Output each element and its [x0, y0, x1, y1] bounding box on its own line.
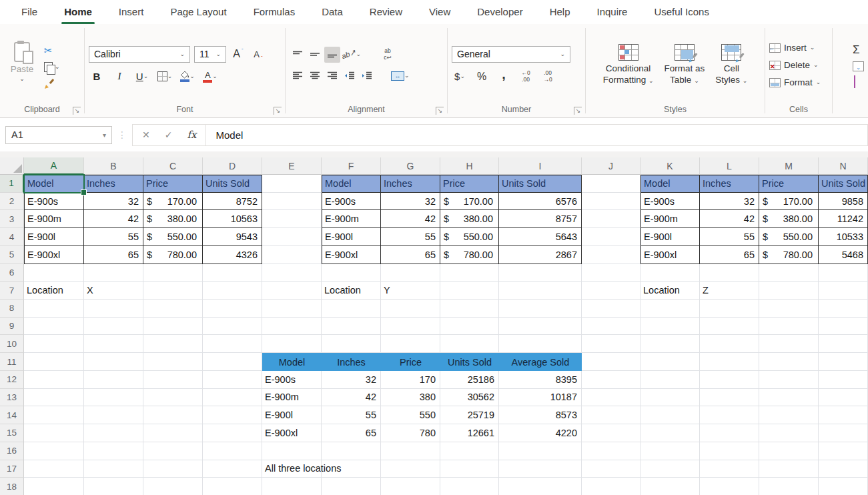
tab-data[interactable]: Data: [308, 0, 356, 24]
cell-K3[interactable]: E-900m: [640, 210, 700, 228]
dialog-launcher-icon[interactable]: ↘: [274, 107, 282, 115]
cell-A18[interactable]: [24, 478, 84, 495]
cell-H9[interactable]: [440, 318, 499, 336]
cell-M9[interactable]: [759, 318, 819, 336]
cell-D10[interactable]: [203, 335, 262, 353]
cell-L4[interactable]: 55: [700, 228, 759, 246]
cell-K9[interactable]: [640, 318, 700, 336]
paste-button[interactable]: Paste ⌄: [4, 39, 40, 82]
cell-A16[interactable]: [24, 442, 84, 460]
middle-align-button[interactable]: [307, 47, 323, 63]
cell-E13[interactable]: E-900m: [262, 389, 322, 407]
cell-K11[interactable]: [640, 353, 700, 371]
cell-C10[interactable]: [143, 335, 203, 353]
column-header-D[interactable]: D: [203, 157, 262, 175]
cell-J9[interactable]: [582, 318, 640, 336]
cell-H13[interactable]: 30562: [440, 389, 499, 407]
cell-C5[interactable]: $780.00: [143, 246, 203, 264]
cell-C15[interactable]: [143, 424, 203, 442]
cell-M7[interactable]: [759, 282, 819, 300]
cell-L16[interactable]: [700, 442, 759, 460]
cell-E12[interactable]: E-900s: [262, 371, 322, 389]
cell-H14[interactable]: 25719: [440, 406, 499, 424]
cell-N18[interactable]: [819, 478, 868, 495]
cell-J4[interactable]: [582, 228, 640, 246]
cell-N10[interactable]: [819, 335, 868, 353]
cell-A15[interactable]: [24, 424, 84, 442]
cell-G7[interactable]: Y: [381, 282, 440, 300]
cell-E5[interactable]: [262, 246, 322, 264]
column-header-K[interactable]: K: [640, 157, 700, 175]
cell-F14[interactable]: 55: [322, 406, 381, 424]
cell-L10[interactable]: [700, 335, 759, 353]
enter-icon[interactable]: ✓: [165, 129, 173, 140]
cell-I7[interactable]: [499, 282, 582, 300]
cell-G1[interactable]: Inches: [381, 175, 440, 193]
cell-G2[interactable]: 32: [381, 193, 440, 211]
cell-G11[interactable]: Price: [381, 353, 440, 371]
cell-M6[interactable]: [759, 264, 819, 282]
clear-button[interactable]: [853, 76, 864, 88]
cell-I11[interactable]: Average Sold: [499, 353, 582, 371]
cell-E3[interactable]: [262, 210, 322, 228]
cell-J1[interactable]: [582, 175, 640, 193]
cell-E14[interactable]: E-900l: [262, 406, 322, 424]
cell-J10[interactable]: [582, 335, 640, 353]
formula-input[interactable]: Model: [206, 124, 868, 146]
cell-K4[interactable]: E-900l: [640, 228, 700, 246]
cell-K15[interactable]: [640, 424, 700, 442]
cell-A17[interactable]: [24, 460, 84, 478]
cell-K13[interactable]: [640, 389, 700, 407]
cell-G16[interactable]: [381, 442, 440, 460]
cell-I14[interactable]: 8573: [499, 406, 582, 424]
cell-E18[interactable]: [262, 478, 322, 495]
row-header-7[interactable]: 7: [0, 282, 24, 300]
cell-L3[interactable]: 42: [700, 210, 759, 228]
cell-D18[interactable]: [203, 478, 262, 495]
cell-I10[interactable]: [499, 335, 582, 353]
tab-developer[interactable]: Developer: [464, 0, 536, 24]
cell-D4[interactable]: 9543: [203, 228, 262, 246]
tab-insert[interactable]: Insert: [105, 0, 157, 24]
cell-N3[interactable]: 11242: [819, 210, 868, 228]
cell-K18[interactable]: [640, 478, 700, 495]
fill-handle[interactable]: [81, 189, 87, 195]
cell-H7[interactable]: [440, 282, 499, 300]
cell-F11[interactable]: Inches: [322, 353, 381, 371]
cell-B9[interactable]: [84, 318, 143, 336]
tab-review[interactable]: Review: [356, 0, 416, 24]
cell-G8[interactable]: [381, 300, 440, 318]
column-header-B[interactable]: B: [84, 157, 143, 175]
tab-help[interactable]: Help: [536, 0, 584, 24]
cell-F7[interactable]: Location: [322, 282, 381, 300]
cell-G18[interactable]: [381, 478, 440, 495]
row-header-11[interactable]: 11: [0, 353, 24, 371]
cell-C16[interactable]: [143, 442, 203, 460]
cell-D3[interactable]: 10563: [203, 210, 262, 228]
row-header-9[interactable]: 9: [0, 318, 24, 336]
cancel-icon[interactable]: ✕: [142, 129, 150, 140]
cell-N12[interactable]: [819, 371, 868, 389]
row-header-17[interactable]: 17: [0, 460, 24, 478]
cell-M3[interactable]: $380.00: [759, 210, 819, 228]
cell-D17[interactable]: [203, 460, 262, 478]
align-left-button[interactable]: [290, 68, 306, 84]
cell-J11[interactable]: [582, 353, 640, 371]
column-header-G[interactable]: G: [381, 157, 440, 175]
cell-N9[interactable]: [819, 318, 868, 336]
cell-A4[interactable]: E-900l: [24, 228, 84, 246]
cell-M16[interactable]: [759, 442, 819, 460]
cell-H3[interactable]: $380.00: [440, 210, 499, 228]
cell-I3[interactable]: 8757: [499, 210, 582, 228]
cell-D1[interactable]: Units Sold: [203, 175, 262, 193]
cell-H12[interactable]: 25186: [440, 371, 499, 389]
cell-J8[interactable]: [582, 300, 640, 318]
align-right-button[interactable]: [324, 68, 340, 84]
cell-K5[interactable]: E-900xl: [640, 246, 700, 264]
cell-G10[interactable]: [381, 335, 440, 353]
cell-M15[interactable]: [759, 424, 819, 442]
cell-E15[interactable]: E-900xl: [262, 424, 322, 442]
format-painter-button[interactable]: [44, 77, 60, 91]
cell-D5[interactable]: 4326: [203, 246, 262, 264]
column-header-C[interactable]: C: [143, 157, 203, 175]
